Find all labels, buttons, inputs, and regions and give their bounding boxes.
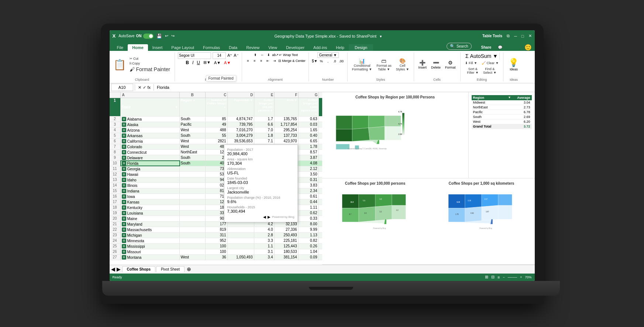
pop-filter-icon[interactable]: ▼: [250, 99, 253, 101]
zoom-minus-button[interactable]: −: [503, 275, 504, 279]
per100k-filter-icon[interactable]: ▼: [271, 109, 273, 112]
insert-button[interactable]: ➕ Insert: [417, 59, 428, 70]
ideas-button[interactable]: 💡 Ideas: [506, 57, 521, 72]
merge-center-button[interactable]: ⊟ Merge & Center: [278, 59, 306, 63]
format-painter-button[interactable]: 🖌 Format Painter: [128, 66, 172, 73]
wrap-text-button[interactable]: ↵ Wrap Text: [279, 53, 298, 57]
col-header-a[interactable]: A: [121, 92, 180, 98]
cut-button[interactable]: ✂ Cut: [128, 56, 172, 61]
function-icon[interactable]: fx: [148, 85, 151, 90]
zoom-plus-button[interactable]: +: [520, 275, 522, 279]
sheet-nav-right[interactable]: ▶: [117, 266, 121, 272]
search-bar[interactable]: 🔍 Search: [447, 43, 472, 50]
increase-indent-button[interactable]: ⇥: [272, 58, 278, 63]
font-increase-icon[interactable]: A⁺: [227, 53, 232, 58]
save-icon[interactable]: 💾: [156, 34, 162, 39]
normal-view-icon[interactable]: ⊞: [485, 275, 488, 279]
tab-home[interactable]: Home: [128, 44, 148, 51]
font-color-button[interactable]: A▼: [223, 60, 232, 65]
align-top-button[interactable]: ⬆: [252, 52, 258, 58]
table-row[interactable]: 25 ⊞ Mississippi 100 1.1 125,443 0.26: [110, 244, 322, 249]
comments-button[interactable]: 💬 Comments: [498, 45, 521, 49]
redo-icon[interactable]: ↪: [171, 34, 175, 38]
smiley-button[interactable]: 🙂: [524, 44, 532, 51]
tab-page-layout[interactable]: Page Layout: [167, 44, 199, 51]
currency-button[interactable]: $▼: [312, 59, 318, 64]
font-decrease-icon[interactable]: A⁻: [234, 53, 238, 58]
tab-add-ins[interactable]: Add-ins: [309, 44, 331, 51]
align-center-button[interactable]: ≡: [252, 58, 258, 63]
conditional-formatting-button[interactable]: 📊 Conditional Formatting ▼: [351, 57, 373, 72]
close-icon[interactable]: ✕: [528, 34, 532, 38]
format-as-table-button[interactable]: 🗃 Format as Table ▼: [375, 57, 393, 72]
confirm-formula-icon[interactable]: ✓: [143, 85, 146, 90]
cell-styles-button[interactable]: 🎨 Cell Styles ▼: [395, 57, 411, 72]
align-middle-button[interactable]: ↔: [259, 52, 265, 58]
autosum-button[interactable]: Σ AutoSum ▼: [464, 52, 500, 60]
table-row[interactable]: 27 ⊞ Montana West 36 1,050,493 3.4 381,1…: [110, 255, 322, 260]
tab-review[interactable]: Review: [242, 44, 264, 51]
per1000-filter-icon[interactable]: ▼: [315, 113, 317, 115]
table-row[interactable]: 5 ⊞ Arkansas South 55 3,004,279 1.8 137,…: [110, 133, 322, 139]
tooltip-nav-prev[interactable]: ◀: [263, 215, 266, 219]
fill-button[interactable]: ⬇ Fill ▼: [464, 60, 479, 66]
italic-button[interactable]: I: [191, 60, 194, 66]
paste-button[interactable]: 📋: [113, 58, 127, 72]
table-row[interactable]: 3 ⊞ Alaska Pacific 49 739,795 6.6 1,717,…: [110, 122, 322, 128]
decrease-decimal-button[interactable]: .0: [332, 59, 338, 64]
delete-button[interactable]: ➖ Delete: [430, 59, 442, 70]
table-row[interactable]: 26 ⊞ Missouri 100 3.1 180,533 1.04: [110, 249, 322, 255]
col-header-f[interactable]: F: [275, 92, 299, 98]
underline-button[interactable]: U: [196, 60, 201, 66]
number-format-selector[interactable]: General ▼: [317, 52, 339, 58]
sheet-tab-pivot[interactable]: Pivot Sheet: [156, 266, 185, 272]
coffee-filter-icon[interactable]: ▼: [224, 106, 226, 108]
tab-help[interactable]: Help: [331, 44, 349, 51]
border-button[interactable]: ⊞▼: [202, 60, 212, 65]
area-filter-icon[interactable]: ▼: [295, 99, 297, 101]
sort-filter-button[interactable]: Sort & Filter ▼: [466, 66, 480, 75]
page-break-icon[interactable]: ≡: [497, 275, 500, 279]
page-layout-icon[interactable]: ⊟: [491, 275, 495, 279]
comma-button[interactable]: ,: [325, 59, 331, 64]
font-name-input[interactable]: [178, 52, 211, 59]
align-right-button[interactable]: ≡: [258, 58, 264, 63]
col-header-e[interactable]: E: [254, 92, 275, 98]
maximize-icon[interactable]: □: [521, 34, 524, 38]
autosave-switch[interactable]: [143, 34, 154, 39]
sheet-tab-coffee-shops[interactable]: Coffee Shops: [122, 266, 155, 272]
tab-data[interactable]: Data: [224, 44, 242, 51]
col-header-c[interactable]: C: [206, 92, 228, 98]
tab-formulas[interactable]: Formulas: [199, 44, 224, 51]
pivot-filter-icon[interactable]: ▼: [508, 96, 511, 100]
tab-design[interactable]: Design: [349, 44, 373, 51]
add-sheet-plus[interactable]: ⊕: [187, 266, 191, 272]
table-row[interactable]: 21 ⊞ Maryland 177 4.2 32,133 8.00: [110, 222, 322, 227]
region-filter-icon[interactable]: ▼: [193, 99, 196, 102]
increase-decimal-button[interactable]: .00: [338, 59, 344, 64]
align-bottom-button[interactable]: ⬇: [266, 52, 272, 58]
table-row[interactable]: 23 ⊞ Michigan 311 2.8 250,493 1.13: [110, 233, 322, 238]
state-filter-icon[interactable]: ▼: [175, 105, 178, 109]
zoom-slider[interactable]: ────: [508, 275, 517, 279]
clear-button[interactable]: 🧹 Clear ▼: [480, 60, 500, 66]
table-row[interactable]: 24 ⊞ Minnesota 952 3.3 225,181 0.82: [110, 238, 322, 244]
col-header-b[interactable]: B: [180, 92, 206, 98]
percent-button[interactable]: %: [318, 59, 324, 64]
col-header-g[interactable]: G: [299, 92, 319, 98]
copy-button[interactable]: ⎘ Copy: [128, 61, 172, 66]
tab-developer[interactable]: Developer: [282, 44, 309, 51]
find-select-button[interactable]: Find & Select ▼: [482, 66, 498, 75]
table-row[interactable]: 6 ⊞ California West 2821 39,536,653 7.1 …: [110, 139, 322, 144]
table-row[interactable]: 4 ⊞ Arizona West 488 7,016,270 7.0 295,2…: [110, 128, 322, 133]
dropdown-arrow[interactable]: ▼: [379, 35, 382, 38]
table-row[interactable]: 2 ⊞ Alabama South 85 4,874,747 1.7 135,7…: [110, 116, 322, 122]
bold-button[interactable]: B: [185, 60, 190, 66]
font-size-input[interactable]: [213, 52, 226, 59]
share-button[interactable]: Share: [478, 44, 495, 51]
tooltip-nav-next[interactable]: ▶: [268, 215, 271, 219]
tab-insert[interactable]: Insert: [148, 44, 167, 51]
cancel-formula-icon[interactable]: ✕: [138, 85, 141, 90]
undo-icon[interactable]: ↩: [165, 34, 168, 38]
fill-color-button[interactable]: A▼: [213, 60, 222, 65]
